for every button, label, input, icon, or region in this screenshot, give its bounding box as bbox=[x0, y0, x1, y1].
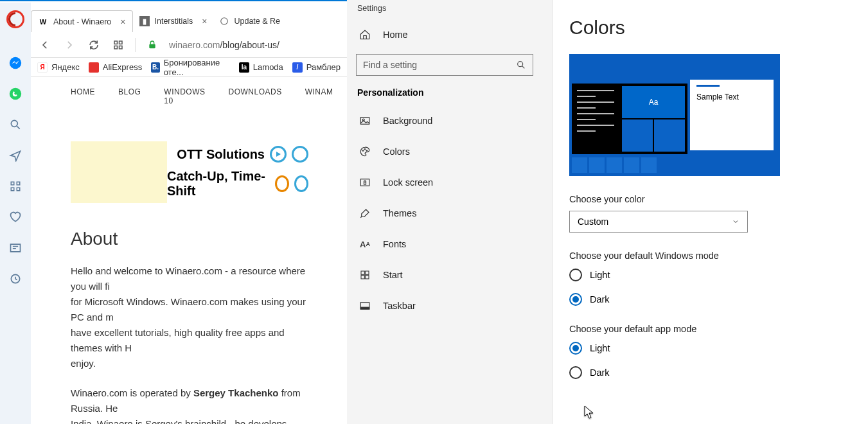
sidebar-item-themes[interactable]: Themes bbox=[347, 199, 542, 227]
ad-left bbox=[71, 141, 167, 203]
bookmark-icon bbox=[89, 62, 99, 73]
speeddial-icon[interactable] bbox=[8, 179, 23, 194]
svg-rect-16 bbox=[360, 118, 369, 125]
svg-rect-6 bbox=[17, 188, 20, 191]
page-title: Colors bbox=[569, 17, 868, 39]
nav-label: Fonts bbox=[383, 239, 406, 249]
ad-line2: Catch-Up, Time-Shift bbox=[167, 169, 270, 199]
url-path: /blog/about-us/ bbox=[220, 40, 279, 50]
radio-icon bbox=[569, 342, 582, 355]
radio-app-light[interactable]: Light bbox=[569, 342, 868, 355]
tab-title: About - Winaero bbox=[53, 17, 111, 26]
svg-rect-21 bbox=[360, 179, 369, 186]
heart-icon[interactable] bbox=[8, 209, 23, 225]
page-heading: About bbox=[71, 229, 308, 249]
bookmark-item[interactable]: AliExpress bbox=[89, 62, 142, 73]
send-icon[interactable] bbox=[8, 148, 23, 163]
svg-rect-28 bbox=[360, 307, 369, 309]
ad-line1: OTT Solutions bbox=[177, 147, 265, 162]
tab[interactable]: Update & Re bbox=[213, 10, 287, 32]
start-page-button[interactable] bbox=[111, 37, 126, 53]
chevron-down-icon bbox=[732, 218, 740, 225]
sidebar-home[interactable]: Home bbox=[347, 21, 542, 49]
search-icon[interactable] bbox=[8, 117, 23, 132]
sidebar-item-background[interactable]: Background bbox=[347, 107, 542, 135]
font-icon: AA bbox=[359, 238, 371, 251]
settings-content: Colors Aa Sample Text Choose your color … bbox=[553, 0, 868, 424]
opera-window: W About - Winaero × ▮ Interstitials × Up… bbox=[0, 0, 347, 424]
close-icon[interactable]: × bbox=[202, 16, 207, 26]
color-dropdown[interactable]: Custom bbox=[569, 211, 748, 233]
radio-icon bbox=[569, 366, 582, 379]
history-icon[interactable] bbox=[8, 271, 23, 287]
bookmark-item[interactable]: laLamoda bbox=[239, 62, 283, 73]
bookmarks-bar: ЯЯндекс AliExpress B.Бронирование оте...… bbox=[31, 58, 347, 77]
sidebar-item-taskbar[interactable]: Taskbar bbox=[347, 292, 542, 320]
settings-search[interactable]: Find a setting bbox=[356, 54, 533, 76]
bookmark-item[interactable]: ЯЯндекс bbox=[37, 62, 80, 73]
svg-point-18 bbox=[362, 150, 364, 152]
svg-rect-12 bbox=[114, 46, 118, 49]
close-icon[interactable]: × bbox=[120, 17, 125, 27]
svg-rect-14 bbox=[149, 44, 155, 48]
rewind-icon bbox=[292, 146, 308, 163]
address-bar[interactable]: winaero.com/blog/about-us/ bbox=[169, 40, 279, 50]
bookmark-item[interactable]: B.Бронирование оте... bbox=[151, 58, 230, 77]
nav-item[interactable]: BLOG bbox=[118, 87, 141, 105]
home-label: Home bbox=[383, 30, 408, 40]
settings-title: Settings bbox=[347, 0, 542, 21]
choose-color-label: Choose your color bbox=[569, 194, 868, 204]
radio-windows-light[interactable]: Light bbox=[569, 269, 868, 281]
bookmark-label: Lamoda bbox=[253, 62, 283, 72]
forward-button[interactable] bbox=[62, 37, 77, 53]
settings-sidebar: Settings Home Find a setting Personaliza… bbox=[347, 0, 553, 424]
opera-logo-icon[interactable] bbox=[6, 10, 24, 28]
bookmark-icon: / bbox=[292, 62, 303, 73]
nav-item[interactable]: HOME bbox=[71, 87, 95, 105]
browser-toolbar: winaero.com/blog/about-us/ bbox=[31, 32, 347, 58]
svg-point-19 bbox=[364, 149, 366, 150]
svg-rect-22 bbox=[364, 182, 366, 184]
sidebar-item-fonts[interactable]: AAFonts bbox=[347, 230, 542, 258]
home-icon bbox=[359, 28, 371, 41]
ad-right: OTT Solutions Catch-Up, Time-Shift bbox=[167, 141, 308, 203]
radio-label: Light bbox=[590, 343, 610, 353]
favicon-icon bbox=[220, 17, 229, 26]
nav-item[interactable]: WINDOWS 10 bbox=[164, 87, 205, 105]
svg-point-20 bbox=[366, 150, 368, 152]
windows-mode-group: Light Dark bbox=[569, 269, 868, 306]
reload-button[interactable] bbox=[86, 37, 102, 53]
messenger-icon[interactable] bbox=[8, 55, 23, 71]
rewind-icon bbox=[294, 175, 308, 192]
clock-icon bbox=[275, 175, 289, 192]
tab-active[interactable]: W About - Winaero × bbox=[31, 10, 133, 32]
nav-item[interactable]: WINAM bbox=[305, 87, 333, 105]
nav-item[interactable]: DOWNLOADS bbox=[229, 87, 282, 105]
search-placeholder: Find a setting bbox=[363, 60, 417, 70]
radio-windows-dark[interactable]: Dark bbox=[569, 293, 868, 306]
windows-mode-label: Choose your default Windows mode bbox=[569, 251, 868, 261]
news-icon[interactable] bbox=[8, 240, 23, 256]
svg-point-15 bbox=[518, 62, 523, 67]
app-mode-label: Choose your default app mode bbox=[569, 324, 868, 334]
preview-sample-window: Sample Text bbox=[690, 80, 774, 150]
radio-app-dark[interactable]: Dark bbox=[569, 366, 868, 379]
bookmark-item[interactable]: /Рамблер bbox=[292, 62, 341, 73]
sidebar-item-start[interactable]: Start bbox=[347, 261, 542, 289]
radio-label: Light bbox=[590, 270, 610, 280]
sidebar-item-lockscreen[interactable]: Lock screen bbox=[347, 168, 542, 197]
tab-title: Interstitials bbox=[155, 17, 193, 26]
whatsapp-icon[interactable] bbox=[8, 86, 23, 102]
favicon-icon: ▮ bbox=[139, 16, 150, 26]
palette-icon bbox=[359, 145, 371, 158]
tab-title: Update & Re bbox=[234, 17, 280, 26]
sidebar-item-colors[interactable]: Colors bbox=[347, 137, 542, 166]
svg-rect-4 bbox=[17, 182, 20, 185]
bookmark-icon: la bbox=[239, 62, 249, 73]
search-icon bbox=[516, 60, 526, 70]
back-button[interactable] bbox=[37, 37, 53, 53]
bookmark-label: Рамблер bbox=[306, 62, 341, 72]
lock-icon[interactable] bbox=[145, 37, 160, 53]
ad-banner[interactable]: OTT Solutions Catch-Up, Time-Shift bbox=[71, 141, 308, 203]
tab[interactable]: ▮ Interstitials × bbox=[133, 10, 214, 32]
